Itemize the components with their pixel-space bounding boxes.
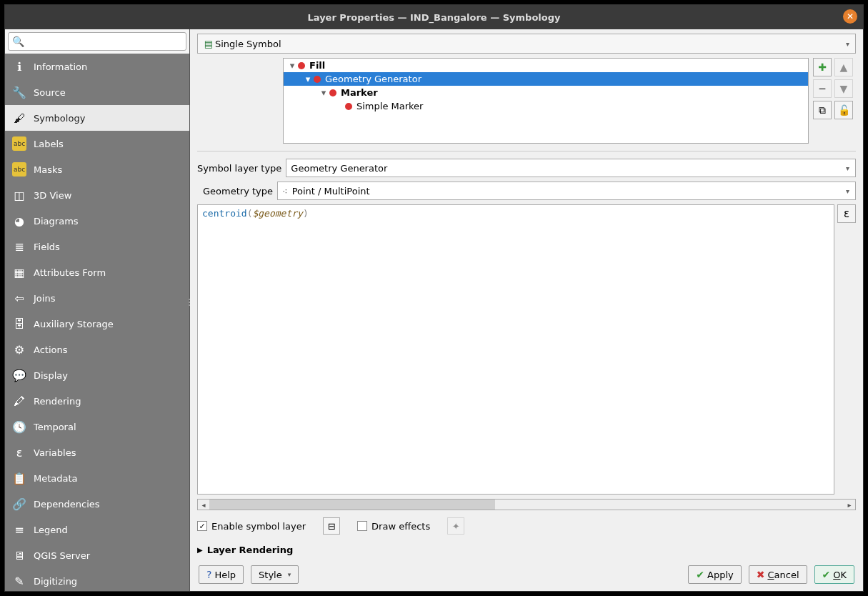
symbol-tree-item-fill[interactable]: ▾Fill bbox=[284, 59, 808, 72]
symbol-layer-type-row: Symbol layer type Geometry Generator ▾ bbox=[197, 159, 856, 177]
cancel-label: Cancel bbox=[767, 570, 799, 580]
symbol-layer-type-value: Geometry Generator bbox=[291, 163, 387, 174]
symbol-layer-tree[interactable]: ▾Fill▾Geometry Generator▾MarkerSimple Ma… bbox=[283, 58, 809, 144]
sidebar-item-variables[interactable]: εVariables bbox=[5, 439, 189, 465]
renderer-type-combo[interactable]: ▤ Single Symbol ▾ bbox=[197, 34, 856, 54]
draw-effects-checkbox[interactable] bbox=[357, 521, 367, 531]
symbol-options-row: ✓ Enable symbol layer ⊟ Draw effects ✦ bbox=[197, 515, 856, 537]
scroll-left-arrow[interactable]: ◂ bbox=[198, 499, 209, 510]
data-defined-enable-button[interactable]: ⊟ bbox=[323, 517, 340, 535]
category-list[interactable]: ℹInformation🔧Source🖌SymbologyabcLabelsab… bbox=[5, 54, 189, 591]
titlebar: Layer Properties — IND_Bangalore — Symbo… bbox=[5, 5, 863, 29]
expression-editor[interactable]: centroid($geometry) bbox=[197, 204, 834, 495]
chevron-down-icon: ▾ bbox=[846, 187, 849, 195]
sidebar-item-auxiliary-storage[interactable]: 🗄Auxiliary Storage bbox=[5, 311, 189, 337]
sidebar-item-actions[interactable]: ⚙Actions bbox=[5, 337, 189, 362]
sidebar-item-joins[interactable]: ⇦Joins bbox=[5, 285, 189, 311]
star-icon: ✦ bbox=[452, 521, 460, 532]
sidebar-item-masks[interactable]: abcMasks bbox=[5, 157, 189, 182]
sidebar-item-3d-view[interactable]: ◫3D View bbox=[5, 182, 189, 208]
sidebar-item-dependencies[interactable]: 🔗Dependencies bbox=[5, 491, 189, 517]
geometry-type-value: Point / MultiPoint bbox=[292, 186, 370, 197]
symbol-tree-item-marker[interactable]: ▾Marker bbox=[284, 86, 808, 99]
sidebar-item-rendering[interactable]: 🖍Rendering bbox=[5, 388, 189, 414]
sidebar-item-labels[interactable]: abcLabels bbox=[5, 131, 189, 157]
window-title: Layer Properties — IND_Bangalore — Symbo… bbox=[307, 12, 560, 23]
style-menu-button[interactable]: Style ▾ bbox=[251, 565, 299, 584]
draw-effects-option[interactable]: Draw effects bbox=[357, 521, 430, 532]
symbol-preview-icon bbox=[329, 89, 336, 96]
scroll-right-arrow[interactable]: ▸ bbox=[844, 499, 855, 510]
duplicate-layer-button[interactable]: ⧉ bbox=[813, 101, 832, 119]
renderer-type-row: ▤ Single Symbol ▾ bbox=[197, 34, 856, 54]
geometry-type-row: Geometry type ⁖ Point / MultiPoint ▾ bbox=[197, 182, 856, 200]
symbol-layer-type-combo[interactable]: Geometry Generator ▾ bbox=[286, 159, 856, 177]
sidebar-item-qgis-server[interactable]: 🖥QGIS Server bbox=[5, 542, 189, 568]
layer-rendering-label: Layer Rendering bbox=[207, 545, 294, 555]
help-button[interactable]: ? Help bbox=[199, 565, 244, 584]
sidebar-item-diagrams[interactable]: ◕Diagrams bbox=[5, 208, 189, 234]
minus-icon: ━ bbox=[819, 83, 825, 94]
categories-sidebar: 🔍 ℹInformation🔧Source🖌SymbologyabcLabels… bbox=[5, 29, 190, 591]
sidebar-splitter[interactable] bbox=[187, 288, 191, 317]
diagrams-icon: ◕ bbox=[12, 214, 26, 228]
sidebar-item-label: Masks bbox=[34, 164, 62, 175]
chevron-down-icon: ▾ bbox=[846, 40, 849, 48]
sidebar-item-temporal[interactable]: 🕓Temporal bbox=[5, 414, 189, 439]
duplicate-icon: ⧉ bbox=[819, 104, 826, 116]
symbol-tree-item-simple-marker[interactable]: Simple Marker bbox=[284, 99, 808, 113]
sidebar-item-legend[interactable]: ≡Legend bbox=[5, 517, 189, 542]
layer-rendering-collapse[interactable]: ▶ Layer Rendering bbox=[197, 542, 856, 558]
sidebar-item-label: Legend bbox=[34, 525, 68, 535]
check-icon: ✔ bbox=[696, 569, 704, 580]
sidebar-search-row: 🔍 bbox=[5, 29, 189, 54]
sidebar-item-display[interactable]: 💬Display bbox=[5, 362, 189, 388]
sidebar-item-label: Metadata bbox=[34, 473, 78, 484]
sidebar-search-input[interactable] bbox=[8, 32, 186, 51]
3d-view-icon: ◫ bbox=[12, 188, 26, 202]
rendering-icon: 🖍 bbox=[12, 394, 26, 408]
sidebar-item-fields[interactable]: ≣Fields bbox=[5, 234, 189, 259]
legend-icon: ≡ bbox=[12, 522, 26, 537]
sidebar-item-label: Attributes Form bbox=[34, 267, 106, 278]
expression-builder-button[interactable]: ε bbox=[837, 204, 856, 223]
tree-item-label: Geometry Generator bbox=[325, 74, 421, 84]
sidebar-item-metadata[interactable]: 📋Metadata bbox=[5, 465, 189, 491]
symbol-preview-icon bbox=[298, 62, 305, 69]
enable-layer-checkbox[interactable]: ✓ bbox=[197, 521, 207, 531]
add-symbol-layer-button[interactable]: ✚ bbox=[813, 58, 832, 76]
sidebar-item-digitizing[interactable]: ✎Digitizing bbox=[5, 568, 189, 591]
enable-symbol-layer-option[interactable]: ✓ Enable symbol layer bbox=[197, 521, 306, 532]
apply-button[interactable]: ✔ Apply bbox=[688, 565, 741, 584]
help-label: Help bbox=[214, 570, 236, 580]
help-icon: ? bbox=[206, 569, 211, 580]
cancel-button[interactable]: ✖ Cancel bbox=[749, 565, 807, 584]
lock-layer-button[interactable]: 🔓 bbox=[834, 101, 853, 119]
symbol-preview-icon bbox=[345, 103, 352, 110]
dependencies-icon: 🔗 bbox=[12, 497, 26, 511]
data-defined-icon: ⊟ bbox=[328, 521, 336, 532]
remove-symbol-layer-button: ━ bbox=[813, 79, 832, 98]
sidebar-item-label: Source bbox=[34, 87, 66, 98]
tree-item-label: Fill bbox=[309, 60, 325, 71]
epsilon-icon: ε bbox=[844, 207, 849, 220]
sidebar-item-attributes-form[interactable]: ▦Attributes Form bbox=[5, 259, 189, 285]
symbology-icon: 🖌 bbox=[12, 111, 26, 125]
sidebar-item-label: Joins bbox=[34, 293, 55, 304]
symbol-tree-item-geometry-generator[interactable]: ▾Geometry Generator bbox=[284, 72, 808, 86]
geometry-type-combo[interactable]: ⁖ Point / MultiPoint ▾ bbox=[277, 182, 856, 200]
sidebar-item-information[interactable]: ℹInformation bbox=[5, 54, 189, 79]
symbol-tree-buttons: ✚ ▲ ━ ▼ ⧉ 🔓 bbox=[813, 58, 856, 144]
arrow-up-icon: ▲ bbox=[840, 61, 848, 73]
scrollbar-thumb[interactable] bbox=[209, 500, 495, 510]
sidebar-item-label: Symbology bbox=[34, 113, 85, 124]
expression-function: centroid bbox=[202, 208, 247, 219]
sidebar-item-symbology[interactable]: 🖌Symbology bbox=[5, 105, 189, 131]
tree-expander-icon: ▾ bbox=[304, 74, 312, 84]
masks-icon: abc bbox=[12, 162, 26, 177]
ok-button[interactable]: ✔ OK bbox=[814, 565, 855, 584]
draw-effects-label: Draw effects bbox=[371, 521, 430, 532]
sidebar-item-source[interactable]: 🔧Source bbox=[5, 79, 189, 105]
expression-hscrollbar[interactable]: ◂ ▸ bbox=[197, 499, 856, 510]
window-close-button[interactable]: ✕ bbox=[843, 9, 857, 24]
